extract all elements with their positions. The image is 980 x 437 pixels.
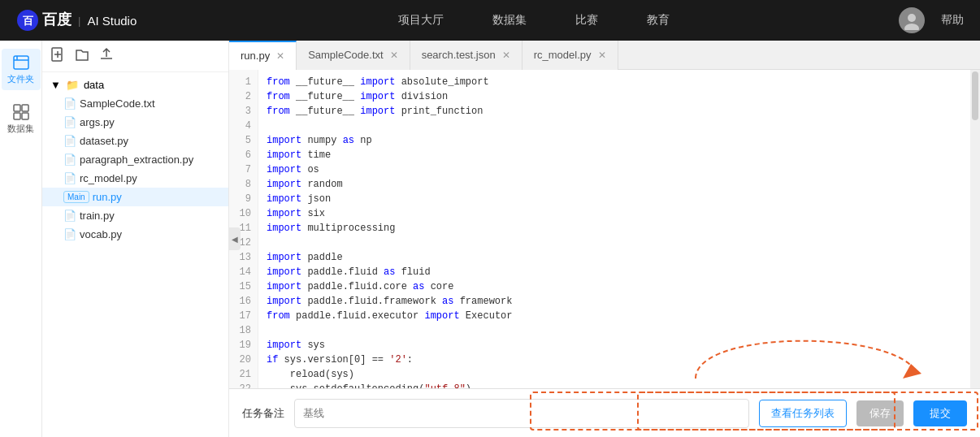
file-toolbar	[42, 41, 228, 72]
svg-text:百: 百	[23, 15, 34, 27]
files-icon-label: 文件夹	[7, 73, 34, 85]
file-runpy[interactable]: Main run.py	[42, 188, 228, 206]
nav-item-dataset[interactable]: 数据集	[492, 13, 527, 28]
file-vocab[interactable]: 📄 vocab.py	[42, 225, 228, 244]
bottom-panel: 任务备注 查看任务列表 保存 提交	[229, 388, 980, 437]
file-icon: 📄	[63, 97, 76, 110]
new-folder-icon[interactable]	[75, 47, 89, 65]
file-icon: 📄	[63, 210, 76, 222]
code-area: 123456789101112131415161718192021222324 …	[229, 70, 980, 437]
svg-rect-7	[14, 113, 20, 119]
new-file-icon[interactable]	[50, 47, 65, 65]
top-nav: 百 百度 | AI Studio 项目大厅 数据集 比赛 教育 帮助	[0, 0, 980, 41]
nav-right: 帮助	[899, 7, 964, 33]
scrollbar-thumb[interactable]	[972, 71, 978, 120]
logo-divider: |	[78, 15, 80, 27]
file-rcmodel[interactable]: 📄 rc_model.py	[42, 169, 228, 188]
svg-point-3	[904, 24, 919, 30]
submit-button[interactable]: 提交	[913, 400, 967, 426]
nav-item-competition[interactable]: 比赛	[575, 13, 598, 28]
code-editor[interactable]: from __future__ import absolute_import f…	[258, 70, 980, 437]
tab-samplecode[interactable]: SampleCode.txt ✕	[297, 41, 410, 70]
file-icon: 📄	[63, 228, 76, 240]
sidebar-icons: 文件夹 数据集	[0, 41, 42, 437]
file-panel: ▼ 📁 data 📄 SampleCode.txt 📄 args.py 📄 da…	[42, 41, 229, 437]
tab-close-searchtest[interactable]: ✕	[502, 50, 510, 61]
save-button[interactable]: 保存	[856, 400, 904, 426]
task-baseline-input[interactable]	[303, 407, 740, 419]
editor-tabs: run.py ✕ SampleCode.txt ✕ search.test.js…	[229, 41, 980, 70]
file-args[interactable]: 📄 args.py	[42, 113, 228, 132]
scrollbar[interactable]	[970, 70, 980, 437]
file-samplecode[interactable]: 📄 SampleCode.txt	[42, 94, 228, 113]
file-dataset[interactable]: 📄 dataset.py	[42, 132, 228, 150]
tab-searchtest[interactable]: search.test.json ✕	[410, 41, 523, 70]
view-task-list-button[interactable]: 查看任务列表	[759, 400, 847, 427]
logo-baidu: 百 百度	[16, 9, 72, 32]
file-tree: ▼ 📁 data 📄 SampleCode.txt 📄 args.py 📄 da…	[42, 72, 228, 437]
tab-close-runpy[interactable]: ✕	[276, 50, 284, 62]
collapse-arrow[interactable]: ◀	[229, 227, 241, 250]
main-layout: 文件夹 数据集	[0, 41, 980, 437]
folder-chevron-icon: ▼	[50, 79, 61, 91]
file-paragraph[interactable]: 📄 paragraph_extraction.py	[42, 150, 228, 169]
file-icon: 📄	[63, 135, 76, 147]
file-icon: 📄	[63, 172, 76, 184]
dataset-icon-label: 数据集	[7, 123, 34, 135]
nav-logo: 百 百度 | AI Studio	[16, 9, 137, 32]
tab-rcmodel[interactable]: rc_model.py ✕	[523, 41, 618, 70]
upload-icon[interactable]	[99, 47, 114, 65]
folder-icon: 📁	[66, 79, 79, 91]
sidebar-dataset-icon[interactable]: 数据集	[2, 98, 41, 140]
folder-name: data	[84, 79, 104, 91]
main-badge: Main	[63, 191, 89, 203]
editor-area: run.py ✕ SampleCode.txt ✕ search.test.js…	[229, 41, 980, 437]
folder-data[interactable]: ▼ 📁 data	[42, 76, 228, 94]
task-note-label: 任务备注	[242, 406, 284, 421]
nav-help[interactable]: 帮助	[941, 13, 964, 28]
file-icon: 📄	[63, 154, 76, 166]
svg-rect-4	[14, 56, 28, 69]
tab-close-samplecode[interactable]: ✕	[390, 50, 398, 61]
tab-runpy[interactable]: run.py ✕	[229, 41, 297, 70]
nav-item-education[interactable]: 教育	[647, 13, 670, 28]
svg-point-2	[908, 14, 916, 22]
line-numbers: 123456789101112131415161718192021222324	[229, 70, 258, 437]
logo-studio: AI Studio	[87, 14, 137, 28]
sidebar-files-icon[interactable]: 文件夹	[2, 49, 41, 90]
task-input-box[interactable]	[294, 399, 749, 428]
svg-rect-5	[14, 105, 20, 111]
nav-item-project[interactable]: 项目大厅	[398, 13, 444, 28]
tab-close-rcmodel[interactable]: ✕	[598, 50, 606, 61]
nav-items: 项目大厅 数据集 比赛 教育	[169, 13, 899, 28]
file-train[interactable]: 📄 train.py	[42, 206, 228, 225]
svg-rect-8	[22, 113, 28, 119]
avatar[interactable]	[899, 7, 925, 33]
file-icon: 📄	[63, 116, 76, 128]
svg-rect-6	[22, 105, 28, 111]
